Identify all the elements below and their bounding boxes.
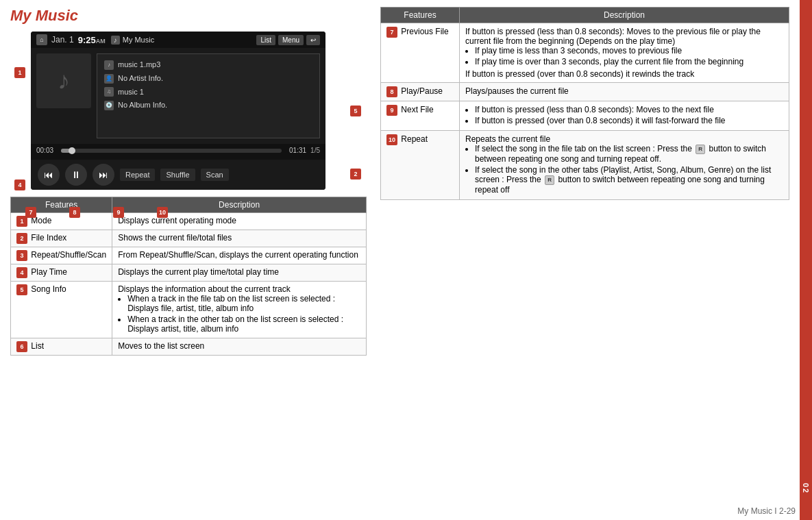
- feature-badge: 2: [16, 233, 27, 244]
- page-title: My Music: [10, 7, 367, 25]
- right-table-row: 10 RepeatRepeats the current fileIf sele…: [381, 131, 789, 200]
- player-controls: ⏮ ⏸ ⏭ Repeat Shuffle Scan: [31, 160, 325, 190]
- left-table-row: 1 ModeDisplays current operating mode: [11, 213, 367, 230]
- left-description-cell: Displays the current play time/total pla…: [112, 264, 367, 282]
- next-button[interactable]: ⏭: [93, 164, 114, 186]
- prev-button[interactable]: ⏮: [38, 164, 60, 186]
- right-description-cell: Plays/pauses the current file: [460, 83, 789, 101]
- player-header-left: ⌂ Jan. 1 9:25AM: [36, 34, 106, 45]
- badge-4: 4: [14, 179, 25, 190]
- song-name: music 1.mp3: [118, 58, 160, 72]
- left-feature-cell: 4 Play Time: [11, 264, 112, 282]
- badge-2: 2: [350, 169, 361, 179]
- footer-text: My Music I 2-29: [0, 499, 812, 520]
- right-table-row: 7 Previous FileIf button is pressed (les…: [381, 23, 789, 83]
- feature-badge: 5: [16, 284, 27, 295]
- player-header-right: List Menu ↩: [256, 35, 320, 45]
- progress-bar-container: 00:03 01:31 1/5: [36, 147, 320, 154]
- home-icon: ⌂: [36, 34, 47, 45]
- badge-8: 8: [69, 207, 80, 218]
- album-icon: 💿: [104, 101, 114, 110]
- player-wrapper: 1 6 5 2 3 4 7 8 9 10: [10, 32, 367, 190]
- left-description-cell: Displays the information about the curre…: [112, 282, 367, 338]
- time-current: 00:03: [36, 147, 57, 154]
- player-date: Jan. 1: [51, 35, 74, 45]
- badge-10: 10: [157, 207, 168, 218]
- player-time: 9:25AM: [78, 35, 106, 45]
- badge-5: 5: [350, 106, 361, 116]
- mode-display: ♪ My Music: [106, 36, 257, 45]
- progress-area: 00:03 01:31 1/5: [31, 144, 325, 160]
- artist-row: 👤 No Artist Info.: [104, 72, 312, 86]
- feature-badge: 8: [386, 86, 397, 97]
- menu-button[interactable]: Menu: [278, 35, 304, 45]
- feature-badge: 9: [386, 105, 397, 116]
- feature-badge: 7: [386, 27, 397, 38]
- song-info-box: ♪ music 1.mp3 👤 No Artist Info. ♫ music …: [97, 53, 320, 138]
- scan-button[interactable]: Scan: [201, 169, 229, 181]
- feature-badge: 4: [16, 267, 27, 278]
- left-table-row: 3 Repeat/Shuffle/ScanFrom Repeat/Shuffle…: [11, 247, 367, 264]
- left-feature-cell: 6 List: [11, 338, 112, 356]
- album-name: No Album Info.: [118, 99, 167, 112]
- left-column: My Music 1 6 5 2 3 4 7 8: [10, 7, 373, 356]
- left-table-row: 2 File IndexShows the current file/total…: [11, 230, 367, 247]
- feature-badge: 6: [16, 341, 27, 352]
- right-feature-cell: 10 Repeat: [381, 131, 460, 200]
- artist-name: No Artist Info.: [118, 72, 163, 86]
- title-row: ♫ music 1: [104, 86, 312, 99]
- progress-dot: [69, 147, 75, 154]
- left-feature-cell: 2 File Index: [11, 230, 112, 247]
- left-features-table: Features Description 1 ModeDisplays curr…: [10, 197, 367, 356]
- title-icon: ♫: [104, 87, 114, 97]
- player-body: ♪ ♪ music 1.mp3 👤 No Artist Info.: [31, 48, 325, 144]
- music-note-icon: ♪: [58, 66, 70, 95]
- left-table-row: 6 ListMoves to the list screen: [11, 338, 367, 356]
- time-total: 01:31: [286, 147, 306, 154]
- list-button[interactable]: List: [256, 35, 275, 45]
- feature-badge: 3: [16, 250, 27, 261]
- mode-icon: ♪: [111, 36, 120, 45]
- right-description-cell: If button is pressed (less than 0.8 seco…: [460, 23, 789, 83]
- song-title: music 1: [118, 86, 144, 99]
- right-table-row: 9 Next FileIf button is pressed (less th…: [381, 101, 789, 131]
- right-features-table: Features Description 7 Previous FileIf b…: [380, 7, 789, 200]
- badge-7: 7: [25, 207, 36, 218]
- right-column: Features Description 7 Previous FileIf b…: [373, 7, 789, 356]
- left-table-row: 4 Play TimeDisplays the current play tim…: [11, 264, 367, 282]
- song-name-row: ♪ music 1.mp3: [104, 58, 312, 72]
- file-icon: ♪: [104, 60, 114, 70]
- left-description-cell: Shows the current file/total files: [112, 230, 367, 247]
- player-header: ⌂ Jan. 1 9:25AM ♪ My Music List Menu ↩: [31, 32, 325, 48]
- right-col-features: Features: [381, 8, 460, 23]
- left-table-row: 5 Song InfoDisplays the information abou…: [11, 282, 367, 338]
- album-row: 💿 No Album Info.: [104, 99, 312, 112]
- album-art: ♪: [36, 53, 91, 108]
- repeat-button[interactable]: Repeat: [120, 169, 155, 181]
- file-index: 1/5: [310, 147, 320, 154]
- play-pause-button[interactable]: ⏸: [65, 164, 87, 186]
- left-description-cell: Moves to the list screen: [112, 338, 367, 356]
- right-table-row: 8 Play/PausePlays/pauses the current fil…: [381, 83, 789, 101]
- right-feature-cell: 8 Play/Pause: [381, 83, 460, 101]
- badge-9: 9: [113, 207, 124, 218]
- red-sidebar: 02: [800, 0, 812, 520]
- badge-1: 1: [14, 67, 25, 78]
- am-pm: AM: [96, 38, 106, 45]
- back-button[interactable]: ↩: [306, 35, 320, 45]
- feature-badge: 10: [386, 134, 397, 145]
- right-feature-cell: 9 Next File: [381, 101, 460, 131]
- right-feature-cell: 7 Previous File: [381, 23, 460, 83]
- left-feature-cell: 3 Repeat/Shuffle/Scan: [11, 247, 112, 264]
- music-player: ⌂ Jan. 1 9:25AM ♪ My Music List Menu ↩: [31, 32, 325, 190]
- left-col-description: Description: [112, 197, 367, 213]
- mode-text: My Music: [123, 36, 154, 44]
- left-description-cell: From Repeat/Shuffle/Scan, displays the c…: [112, 247, 367, 264]
- shuffle-button[interactable]: Shuffle: [160, 169, 195, 181]
- progress-bar[interactable]: [61, 149, 282, 153]
- left-feature-cell: 5 Song Info: [11, 282, 112, 338]
- right-col-description: Description: [460, 8, 789, 23]
- right-description-cell: Repeats the current fileIf select the so…: [460, 131, 789, 200]
- chapter-number: 02: [802, 483, 810, 494]
- artist-icon: 👤: [104, 74, 114, 84]
